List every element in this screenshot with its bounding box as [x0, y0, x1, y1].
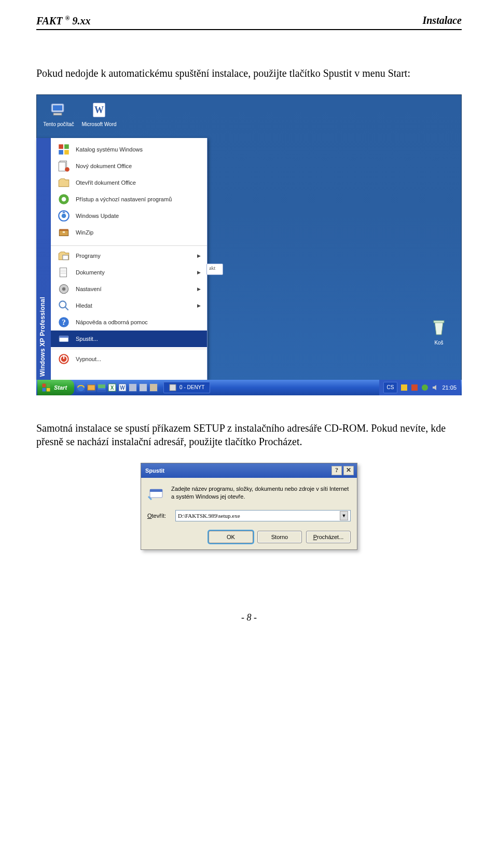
chevron-right-icon: ▶ [197, 253, 201, 258]
svg-rect-8 [59, 144, 63, 149]
page-header: FAKT ® 9.xx Instalace [36, 15, 462, 30]
svg-rect-7 [434, 321, 444, 323]
intro-paragraph-2: Samotná instalace se spustí příkazem SET… [36, 421, 462, 448]
menu-item-help[interactable]: ? Nápověda a odborná pomoc [51, 314, 207, 330]
menu-item-shutdown[interactable]: Vypnout... [51, 351, 207, 367]
quick-launch: X W [76, 383, 158, 392]
menu-item-label: Přístup a výchozí nastavení programů [76, 196, 172, 202]
run-dialog-icon [147, 485, 165, 503]
intro-paragraph-1: Pokud nedojde k automatickému spuštění i… [36, 66, 462, 80]
menu-item-label: Dokumenty [76, 269, 105, 275]
svg-point-14 [65, 167, 70, 172]
search-icon [57, 300, 71, 311]
desktop-icon-my-computer[interactable]: Tento počítač [39, 100, 78, 127]
menu-item-settings[interactable]: Nastavení ▶ [51, 281, 207, 297]
language-indicator[interactable]: CS [383, 382, 398, 393]
svg-rect-50 [170, 384, 176, 391]
open-input[interactable] [178, 513, 340, 519]
menu-item-label: Katalog systému Windows [76, 146, 143, 153]
tray-volume-icon[interactable] [432, 384, 439, 391]
settings-icon [57, 283, 71, 295]
menu-item-winzip[interactable]: WinZip [51, 224, 207, 241]
menu-item-run[interactable]: Spustit... [51, 330, 207, 347]
task-item-label: 0 - DENYT [179, 384, 204, 390]
quick-launch-app1[interactable] [128, 383, 137, 392]
tray-icon[interactable] [400, 384, 408, 391]
svg-rect-40 [88, 385, 95, 390]
svg-rect-42 [98, 388, 105, 390]
cancel-button[interactable]: Storno [257, 531, 302, 543]
desktop-icon-label: Tento počítač [43, 121, 74, 127]
quick-launch-app2[interactable] [139, 383, 148, 392]
menu-item-programs[interactable]: Programy ▶ [51, 247, 207, 264]
menu-item-windows-update[interactable]: Windows Update [51, 208, 207, 224]
desktop-icon-word[interactable]: W Microsoft Word [80, 100, 118, 127]
svg-rect-47 [129, 384, 136, 391]
menu-item-documents[interactable]: Dokumenty ▶ [51, 264, 207, 281]
svg-rect-31 [59, 336, 68, 337]
open-combobox[interactable]: ▼ [175, 510, 351, 521]
quick-launch-outlook[interactable] [87, 383, 96, 392]
svg-text:?: ? [62, 318, 66, 326]
new-doc-icon [57, 160, 71, 172]
menu-item-windows-catalog[interactable]: Katalog systému Windows [51, 141, 207, 158]
ok-button[interactable]: OK [209, 531, 253, 543]
menu-item-search[interactable]: Hledat ▶ [51, 297, 207, 314]
start-menu-sidebar: Windows XP Professional [36, 138, 51, 380]
menu-item-label: Windows Update [76, 213, 119, 219]
open-label: Otevřít: [147, 513, 172, 519]
svg-rect-9 [64, 144, 69, 149]
shutdown-icon [57, 353, 71, 365]
start-button-label: Start [54, 384, 67, 391]
chevron-right-icon: ▶ [197, 270, 201, 275]
svg-line-27 [65, 307, 68, 310]
svg-text:W: W [94, 105, 104, 115]
tray-icon[interactable] [421, 384, 428, 391]
chevron-right-icon: ▶ [197, 286, 201, 292]
desktop-icon-label: Microsoft Word [81, 121, 116, 127]
browse-button[interactable]: Procházet... [306, 531, 351, 543]
svg-rect-20 [59, 229, 68, 230]
svg-point-53 [422, 384, 428, 391]
page-number: - 8 - [36, 612, 462, 623]
svg-rect-22 [63, 255, 68, 260]
svg-rect-55 [150, 489, 162, 492]
help-icon: ? [57, 316, 71, 328]
svg-point-16 [62, 197, 66, 201]
menu-separator [51, 245, 207, 246]
help-button[interactable]: ? [331, 466, 342, 475]
svg-rect-35 [43, 383, 46, 387]
taskbar-task-item[interactable]: 0 - DENYT [163, 382, 210, 393]
taskbar: Start X W 0 - DENYT CS [36, 380, 462, 395]
quick-launch-ie[interactable] [76, 383, 86, 392]
dialog-titlebar: Spustit ? ✕ [141, 463, 357, 478]
tray-icon[interactable] [411, 384, 418, 391]
quick-launch-app3[interactable] [149, 383, 158, 392]
close-button[interactable]: ✕ [343, 466, 354, 475]
menu-item-new-office-doc[interactable]: Nový dokument Office [51, 158, 207, 174]
menu-item-program-defaults[interactable]: Přístup a výchozí nastavení programů [51, 191, 207, 208]
system-tray: CS 21:05 [379, 380, 461, 395]
svg-text:X: X [110, 385, 114, 391]
svg-rect-48 [140, 384, 147, 391]
quick-launch-word[interactable]: W [118, 383, 127, 392]
program-access-icon [57, 194, 71, 205]
windows-update-icon [57, 210, 71, 222]
desktop-screenshot: Tento počítač W Microsoft Word Dokumenty… [36, 94, 462, 395]
menu-item-label: Nápověda a odborná pomoc [76, 319, 148, 325]
dropdown-button[interactable]: ▼ [340, 511, 348, 520]
quick-launch-excel[interactable]: X [107, 383, 117, 392]
clock: 21:05 [442, 384, 457, 391]
open-doc-icon [57, 177, 71, 188]
menu-item-open-office-doc[interactable]: Otevřít dokument Office [51, 174, 207, 191]
quick-launch-desktop[interactable] [97, 383, 106, 392]
desktop-icon-recycle-bin[interactable]: Koš [423, 316, 454, 346]
menu-item-label: Spustit... [76, 336, 98, 342]
svg-rect-51 [401, 384, 407, 391]
run-dialog: Spustit ? ✕ Zadejte název programu, slož… [141, 463, 357, 550]
start-button[interactable]: Start [37, 380, 74, 395]
svg-rect-36 [47, 383, 50, 387]
svg-point-25 [62, 287, 66, 291]
app-icon [169, 384, 176, 391]
winzip-icon [57, 227, 71, 238]
